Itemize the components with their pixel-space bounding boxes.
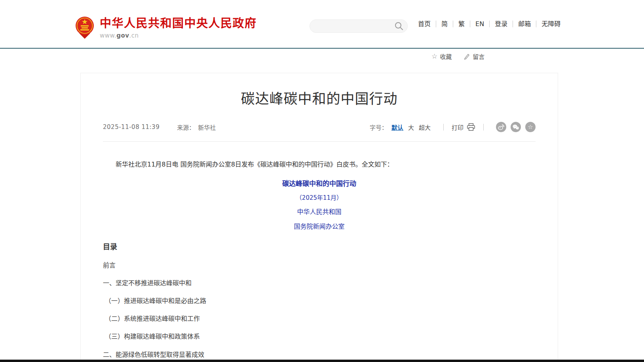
share-group: ☆ [492,122,536,132]
document-date: （2025年11月） [103,193,536,201]
toc-item-preface: 前言 [103,262,536,269]
nav-traditional[interactable]: 繁 [453,21,470,27]
toc-item-1-1: （一）推进碳达峰碳中和是必由之路 [103,297,536,305]
document-org-line1: 中华人民共和国 [103,207,536,216]
article-card: 碳达峰碳中和的中国行动 2025-11-08 11:39 来源： 新华社 字号：… [80,73,558,362]
nav-english[interactable]: EN [470,21,490,27]
nav-home[interactable]: 首页 [413,21,436,27]
message-button[interactable]: 留言 [464,52,484,61]
printer-icon [467,123,475,131]
fontsize-xlarge-button[interactable]: 超大 [419,123,431,131]
favorite-button[interactable]: ☆ 收藏 [431,52,452,61]
header-divider [0,48,644,49]
site-url-suffix: .cn [129,32,139,39]
source-name[interactable]: 新华社 [198,123,216,131]
national-emblem-icon [75,16,94,39]
document-heading: 碳达峰碳中和的中国行动 （2025年11月） 中华人民共和国 国务院新闻办公室 [103,178,536,231]
search-input[interactable] [310,20,394,32]
publish-date: 2025-11-08 11:39 [103,123,160,131]
nav-accessibility[interactable]: 无障碍 [536,21,566,27]
lead-paragraph: 新华社北京11月8日电 国务院新闻办公室8日发布《碳达峰碳中和的中国行动》白皮书… [103,159,536,170]
toc-item-1-2: （二）系统推进碳达峰碳中和工作 [103,315,536,322]
favorite-label: 收藏 [440,52,452,61]
top-nav: 首页 简 繁 EN 登录 邮箱 无障碍 [413,0,566,48]
fontsize-label: 字号： [370,123,388,131]
site-url: www.gov.cn [100,32,257,39]
document-title: 碳达峰碳中和的中国行动 [103,178,536,188]
toc-item-1-3: （三）构建碳达峰碳中和政策体系 [103,333,536,340]
article-title: 碳达峰碳中和的中国行动 [103,87,536,108]
article-meta-controls: 字号： 默认 大 超大 打印 [370,122,536,132]
separator [483,124,484,131]
site-url-prefix: www. [100,32,116,39]
document-org-line2: 国务院新闻办公室 [103,221,536,231]
search-icon[interactable] [394,21,404,31]
share-more-button[interactable]: ☆ [525,122,536,132]
fontsize-default-button[interactable]: 默认 [391,123,403,131]
toc-heading: 目录 [103,241,536,251]
nav-simplified[interactable]: 简 [436,21,453,27]
print-label: 打印 [452,123,464,131]
share-star-icon: ☆ [528,124,533,130]
separator [443,124,444,131]
nav-mail[interactable]: 邮箱 [513,21,536,27]
source-label: 来源： [177,123,195,131]
site-header: 中华人民共和国中央人民政府 www.gov.cn 首页 简 繁 EN 登录 邮箱… [0,0,644,48]
toc-item-2: 二、能源绿色低碳转型取得显著成效 [103,351,536,358]
message-label: 留言 [473,52,484,61]
share-wechat-button[interactable] [511,122,521,132]
site-title: 中华人民共和国中央人民政府 [100,17,257,30]
article-meta-left: 2025-11-08 11:39 来源： 新华社 [103,123,216,131]
wechat-icon [512,123,519,131]
toc-item-1: 一、坚定不移推进碳达峰碳中和 [103,279,536,287]
site-url-gov: gov [116,32,129,39]
fontsize-large-button[interactable]: 大 [408,123,414,131]
pencil-icon [464,53,470,60]
nav-login[interactable]: 登录 [490,21,513,27]
star-icon: ☆ [431,53,437,60]
article-meta-row: 2025-11-08 11:39 来源： 新华社 字号： 默认 大 超大 打印 [103,122,536,142]
search-box [310,19,408,33]
weibo-icon [498,123,505,131]
share-weibo-button[interactable] [496,122,506,132]
print-button[interactable]: 打印 [452,123,475,131]
site-logo[interactable]: 中华人民共和国中央人民政府 www.gov.cn [75,16,257,39]
page-actions: ☆ 收藏 留言 [431,52,496,61]
window-bottom-edge [0,360,644,362]
